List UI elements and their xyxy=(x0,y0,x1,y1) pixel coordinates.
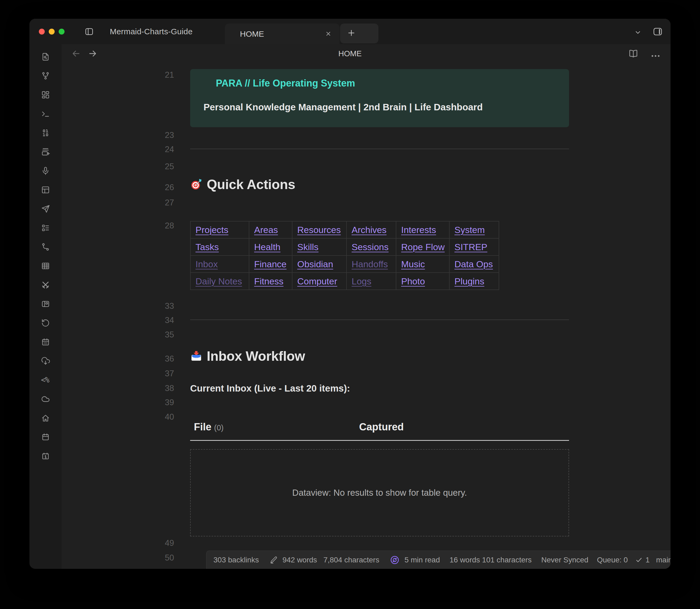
quick-actions-row: InboxFinanceObsidianHandoffsMusicData Op… xyxy=(190,256,499,273)
git-branch-name[interactable]: main xyxy=(656,556,670,564)
table-icon[interactable] xyxy=(41,261,50,271)
character-count: 7,804 characters xyxy=(323,556,380,564)
backlinks-count[interactable]: 303 backlinks xyxy=(213,556,259,564)
callout-title: PARA // Life Operating System xyxy=(216,78,569,89)
calendar-one-icon[interactable] xyxy=(41,452,50,460)
crossed-swords-icon[interactable] xyxy=(41,280,50,290)
templater-icon[interactable]: <% xyxy=(41,376,50,385)
view-header: HOME xyxy=(62,44,670,63)
tab-list-chevron-icon[interactable] xyxy=(634,29,642,36)
quick-link-projects[interactable]: Projects xyxy=(195,225,228,235)
line-number: 25 xyxy=(147,162,174,171)
quick-actions-cell: Computer xyxy=(292,273,347,290)
current-inbox-label: Current Inbox (Live - Last 20 items): xyxy=(190,383,350,394)
tab-close-icon[interactable] xyxy=(324,30,333,39)
minimize-window-button[interactable] xyxy=(49,29,55,35)
calendar-dots-icon[interactable] xyxy=(41,337,50,347)
quick-link-resources[interactable]: Resources xyxy=(297,225,341,235)
quick-link-health[interactable]: Health xyxy=(254,242,280,252)
terminal-icon[interactable] xyxy=(41,109,50,118)
file-search-icon[interactable] xyxy=(41,52,50,61)
horizontal-rule xyxy=(190,149,569,149)
card-stack-plus-icon[interactable] xyxy=(41,147,50,156)
git-branch-icon[interactable] xyxy=(41,242,50,251)
line-number: 36 xyxy=(147,354,174,364)
close-window-button[interactable] xyxy=(39,29,45,35)
quick-actions-cell: Plugins xyxy=(449,273,499,290)
dataview-empty-box: Dataview: No results to show for table q… xyxy=(190,449,569,536)
line-number-gutter: 2123242526272833343536373839404950 xyxy=(62,63,174,569)
microphone-icon[interactable] xyxy=(41,166,50,175)
quick-link-system[interactable]: System xyxy=(454,225,485,235)
history-icon[interactable] xyxy=(41,318,50,328)
reading-view-icon[interactable] xyxy=(628,48,639,60)
quick-link-obsidian[interactable]: Obsidian xyxy=(297,259,333,269)
line-number: 28 xyxy=(147,221,174,231)
quick-link-tasks[interactable]: Tasks xyxy=(195,242,219,252)
toggle-left-sidebar-icon[interactable] xyxy=(84,27,94,36)
tab-home[interactable]: HOME xyxy=(225,23,339,44)
kanban-board-icon[interactable] xyxy=(41,299,50,309)
quick-link-rope-flow[interactable]: Rope Flow xyxy=(401,242,445,252)
quick-actions-cell: Photo xyxy=(396,273,449,290)
file-count-badge: (0) xyxy=(214,423,223,432)
new-tab-plus-icon[interactable] xyxy=(347,28,356,39)
quick-actions-cell: System xyxy=(449,221,499,238)
quick-actions-cell: Inbox xyxy=(190,256,249,273)
home-icon[interactable] xyxy=(41,414,50,423)
layout-dashboard-icon[interactable] xyxy=(41,90,50,99)
quick-actions-cell: Data Ops xyxy=(449,256,499,273)
quick-link-areas[interactable]: Areas xyxy=(254,225,278,235)
quick-actions-cell: Fitness xyxy=(249,273,292,290)
vault-title: Mermaid-Charts-Guide xyxy=(110,19,193,44)
quick-link-computer[interactable]: Computer xyxy=(297,276,337,286)
quick-link-handoffs[interactable]: Handoffs xyxy=(352,259,388,269)
quick-link-logs[interactable]: Logs xyxy=(352,276,371,286)
quick-link-archives[interactable]: Archives xyxy=(352,225,386,235)
quick-actions-cell: Sessions xyxy=(347,238,396,256)
graph-icon[interactable] xyxy=(41,71,50,80)
toggle-right-sidebar-icon[interactable] xyxy=(652,26,663,37)
zoom-window-button[interactable] xyxy=(59,29,65,35)
note-title: HOME xyxy=(338,44,362,63)
quick-actions-row: Daily NotesFitnessComputerLogsPhotoPlugi… xyxy=(190,273,499,290)
obsidian-window: Mermaid-Charts-Guide HOME <% xyxy=(30,19,670,569)
line-number: 50 xyxy=(147,553,174,563)
quick-actions-cell: Skills xyxy=(292,238,347,256)
word-count: 942 words xyxy=(282,556,317,564)
quick-link-music[interactable]: Music xyxy=(401,259,425,269)
sync-icon[interactable] xyxy=(390,555,400,565)
quick-actions-cell: Daily Notes xyxy=(190,273,249,290)
quick-link-interests[interactable]: Interests xyxy=(401,225,436,235)
more-options-icon[interactable] xyxy=(650,51,661,63)
quick-actions-cell: SITREP xyxy=(449,238,499,256)
note-content[interactable]: 2123242526272833343536373839404950 PARA … xyxy=(62,63,670,569)
quick-link-plugins[interactable]: Plugins xyxy=(454,276,485,286)
navigate-back-icon[interactable] xyxy=(71,49,81,60)
quick-link-sitrep[interactable]: SITREP xyxy=(454,242,487,252)
line-number: 35 xyxy=(147,330,174,340)
paper-plane-icon[interactable] xyxy=(41,204,50,213)
calendar-icon[interactable] xyxy=(41,433,50,441)
quick-link-inbox[interactable]: Inbox xyxy=(195,259,218,269)
quick-link-data-ops[interactable]: Data Ops xyxy=(454,259,493,269)
dataview-empty-message: Dataview: No results to show for table q… xyxy=(292,488,467,498)
line-number: 23 xyxy=(147,130,174,140)
quick-link-finance[interactable]: Finance xyxy=(254,259,286,269)
navigate-forward-icon[interactable] xyxy=(88,49,98,60)
quick-link-fitness[interactable]: Fitness xyxy=(254,276,284,286)
quick-link-sessions[interactable]: Sessions xyxy=(352,242,388,252)
quick-link-photo[interactable]: Photo xyxy=(401,276,425,286)
check-count: 1 xyxy=(645,556,650,564)
cloud-download-icon[interactable] xyxy=(41,356,50,366)
sync-status[interactable]: Never Synced xyxy=(541,556,588,564)
binary-icon[interactable] xyxy=(41,128,50,137)
cloud-icon[interactable] xyxy=(41,395,50,404)
tab-title: HOME xyxy=(225,30,264,38)
quick-actions-cell: Resources xyxy=(292,221,347,238)
quick-link-daily-notes[interactable]: Daily Notes xyxy=(195,276,242,286)
quick-link-skills[interactable]: Skills xyxy=(297,242,318,252)
read-time: 5 min read xyxy=(404,556,440,564)
layout-panels-icon[interactable] xyxy=(41,185,50,194)
list-details-icon[interactable] xyxy=(41,223,50,232)
